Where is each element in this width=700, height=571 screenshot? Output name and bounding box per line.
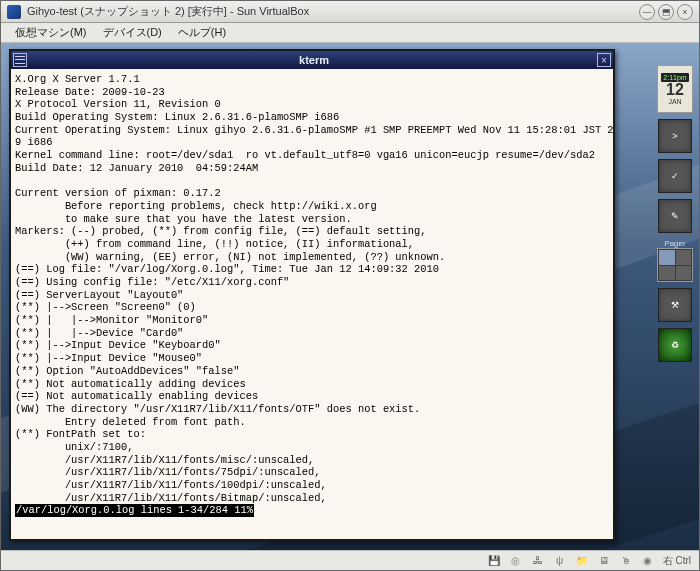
disk-icon[interactable]: 💾 bbox=[487, 554, 501, 568]
kterm-terminal-output[interactable]: X.Org X Server 1.7.1 Release Date: 2009-… bbox=[11, 69, 613, 539]
cd-icon[interactable]: ◎ bbox=[509, 554, 523, 568]
workspace-pager[interactable] bbox=[657, 248, 693, 282]
mouse-capture-icon[interactable]: 🖱 bbox=[619, 554, 633, 568]
virtualbox-icon bbox=[7, 5, 21, 19]
virtualbox-window: Gihyo-test (スナップショット 2) [実行中] - Sun Virt… bbox=[0, 0, 700, 571]
checklist-icon[interactable]: ✓ bbox=[658, 159, 692, 193]
outer-titlebar[interactable]: Gihyo-test (スナップショット 2) [実行中] - Sun Virt… bbox=[1, 1, 699, 23]
menu-machine[interactable]: 仮想マシン(M) bbox=[7, 23, 95, 42]
network-icon[interactable]: 🖧 bbox=[531, 554, 545, 568]
status-bullet-icon: ◉ bbox=[641, 554, 655, 568]
close-button[interactable]: × bbox=[677, 4, 693, 20]
recycle-icon[interactable]: ♻ bbox=[658, 328, 692, 362]
maximize-button[interactable]: ⬒ bbox=[658, 4, 674, 20]
minimize-button[interactable]: — bbox=[639, 4, 655, 20]
pager-label: Pager bbox=[657, 239, 693, 248]
terminal-icon[interactable]: > bbox=[658, 119, 692, 153]
guest-desktop[interactable]: 2:11pm 12 JAN > ✓ ✎ Pager ⚒ ♻ kterm bbox=[1, 43, 699, 550]
kterm-close-icon[interactable]: × bbox=[597, 53, 611, 67]
vm-statusbar: 💾 ◎ 🖧 ψ 📁 🖥 🖱 ◉ 右 Ctrl bbox=[1, 550, 699, 570]
kterm-window[interactable]: kterm × X.Org X Server 1.7.1 Release Dat… bbox=[9, 49, 615, 541]
desktop-dock: 2:11pm 12 JAN > ✓ ✎ Pager ⚒ ♻ bbox=[655, 65, 695, 362]
window-menu-icon[interactable] bbox=[13, 53, 27, 67]
screwdriver-icon[interactable]: ⚒ bbox=[658, 288, 692, 322]
clock-month: JAN bbox=[668, 98, 681, 105]
menu-help[interactable]: ヘルプ(H) bbox=[170, 23, 234, 42]
menu-devices[interactable]: デバイス(D) bbox=[95, 23, 170, 42]
window-title: Gihyo-test (スナップショット 2) [実行中] - Sun Virt… bbox=[27, 4, 639, 19]
outer-menubar: 仮想マシン(M) デバイス(D) ヘルプ(H) bbox=[1, 23, 699, 43]
clock-day: 12 bbox=[666, 82, 684, 98]
pager-status-line: /var/log/Xorg.0.log lines 1-34/284 11% bbox=[15, 504, 254, 517]
note-icon[interactable]: ✎ bbox=[658, 199, 692, 233]
usb-icon[interactable]: ψ bbox=[553, 554, 567, 568]
dock-clock[interactable]: 2:11pm 12 JAN bbox=[657, 65, 693, 113]
display-icon[interactable]: 🖥 bbox=[597, 554, 611, 568]
kterm-title-text: kterm bbox=[31, 54, 597, 66]
shared-folder-icon[interactable]: 📁 bbox=[575, 554, 589, 568]
kterm-titlebar[interactable]: kterm × bbox=[11, 51, 613, 69]
hostkey-label: 右 Ctrl bbox=[663, 554, 691, 568]
